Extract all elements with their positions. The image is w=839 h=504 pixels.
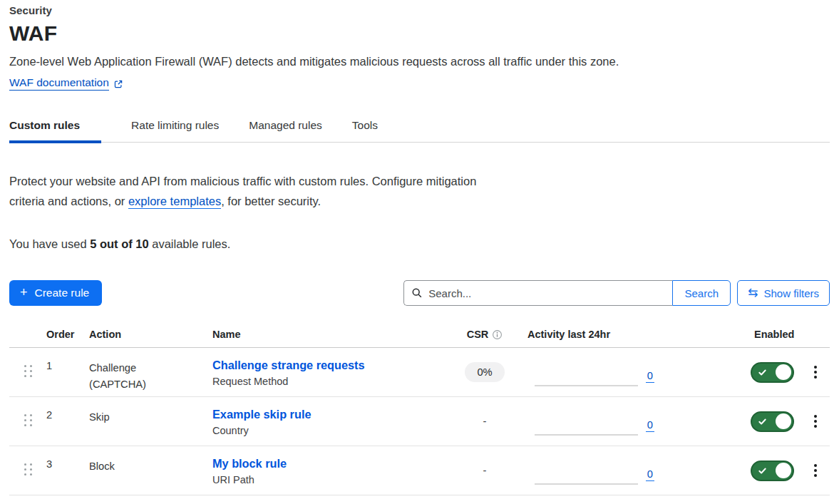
activity-count-link[interactable]: 0 <box>646 468 654 481</box>
check-icon <box>758 368 767 377</box>
swap-horizontal-icon: ⇆ <box>748 287 758 299</box>
check-icon <box>758 466 767 475</box>
rule-name-link[interactable]: Challenge strange requests <box>212 357 442 374</box>
create-rule-button[interactable]: + Create rule <box>9 280 102 306</box>
activity-count-link[interactable]: 0 <box>646 370 654 383</box>
toggle-knob <box>776 364 791 380</box>
search-box <box>403 280 672 306</box>
intro-line2-before: criteria and actions, or <box>9 195 128 207</box>
enabled-cell <box>745 362 801 383</box>
csr-value: - <box>483 465 487 476</box>
rule-name-cell: My block rule URI Path <box>212 446 442 488</box>
search-group: Search <box>403 280 731 306</box>
rule-action: Challenge (CAPTCHA) <box>89 348 164 393</box>
rules-toolbar: + Create rule Search ⇆ Show filters <box>9 280 830 306</box>
enabled-toggle[interactable] <box>751 362 794 383</box>
kebab-menu-icon[interactable] <box>810 363 821 381</box>
rule-action: Block <box>89 446 164 475</box>
rule-name-cell: Challenge strange requests Request Metho… <box>212 348 442 389</box>
waf-page: Security WAF Zone-level Web Application … <box>0 0 839 495</box>
rule-expression-field: Request Method <box>212 376 288 387</box>
rule-order: 3 <box>46 446 89 470</box>
rule-name-cell: Example skip rule Country <box>212 397 442 438</box>
csr-value: - <box>483 416 487 427</box>
kebab-menu-icon[interactable] <box>810 412 821 431</box>
rule-order: 2 <box>46 397 89 421</box>
page-title: WAF <box>9 21 830 46</box>
intro-text: Protect your website and API from malici… <box>9 171 830 211</box>
explore-templates-link[interactable]: explore templates <box>128 195 221 209</box>
enabled-toggle[interactable] <box>751 461 794 481</box>
intro-line1: Protect your website and API from malici… <box>9 175 476 187</box>
rules-table: Order Action Name CSR Activity last 24hr… <box>9 323 830 495</box>
activity-sparkline <box>535 385 638 386</box>
check-icon <box>758 417 767 426</box>
enabled-cell <box>745 411 801 432</box>
activity-sparkline <box>535 483 638 485</box>
create-rule-label: Create rule <box>35 287 90 299</box>
show-filters-label: Show filters <box>763 287 819 299</box>
tab-tools[interactable]: Tools <box>352 115 378 142</box>
enabled-toggle[interactable] <box>751 411 794 432</box>
column-header-enabled: Enabled <box>745 329 801 340</box>
search-input[interactable] <box>428 287 665 299</box>
breadcrumb-security: Security <box>9 4 830 16</box>
toolbar-right: Search ⇆ Show filters <box>403 280 830 306</box>
activity-sparkline <box>535 434 638 436</box>
rule-expression-field: URI Path <box>212 474 254 485</box>
intro-line2-after: , for better security. <box>221 195 321 207</box>
activity-cell: 0 <box>527 348 664 396</box>
search-button[interactable]: Search <box>672 280 731 306</box>
csr-cell: 0% <box>442 362 527 382</box>
column-header-name: Name <box>212 329 442 340</box>
activity-count-link[interactable]: 0 <box>646 419 654 432</box>
csr-badge: 0% <box>465 362 504 382</box>
tab-custom-rules[interactable]: Custom rules <box>9 115 101 142</box>
search-icon <box>411 287 423 299</box>
csr-cell: - <box>442 465 527 476</box>
usage-after: available rules. <box>149 237 231 250</box>
rule-name-link[interactable]: Example skip rule <box>212 406 442 423</box>
column-header-action: Action <box>89 329 212 340</box>
table-row: 3 Block My block rule URI Path - 0 <box>9 446 830 495</box>
enabled-cell <box>745 461 801 481</box>
doc-link-row: WAF documentation <box>9 76 830 91</box>
toggle-knob <box>776 463 791 478</box>
column-header-csr: CSR <box>442 329 527 340</box>
tab-rate-limiting-rules[interactable]: Rate limiting rules <box>131 115 219 142</box>
kebab-cell <box>801 461 830 480</box>
column-header-order: Order <box>46 329 89 340</box>
activity-cell: 0 <box>527 397 664 446</box>
column-header-activity: Activity last 24hr <box>527 329 664 340</box>
activity-cell: 0 <box>527 446 664 495</box>
drag-handle-icon[interactable] <box>9 348 46 377</box>
rule-expression-field: Country <box>212 425 249 436</box>
info-icon[interactable] <box>492 329 503 340</box>
usage-count: 5 out of 10 <box>90 237 149 250</box>
table-row: 1 Challenge (CAPTCHA) Challenge strange … <box>9 348 830 397</box>
csr-label: CSR <box>467 329 489 340</box>
tab-managed-rules[interactable]: Managed rules <box>249 115 322 142</box>
waf-documentation-link[interactable]: WAF documentation <box>9 76 109 91</box>
kebab-cell <box>801 363 830 381</box>
rule-order: 1 <box>46 348 89 371</box>
usage-before: You have used <box>9 237 90 250</box>
toggle-knob <box>776 413 791 429</box>
tab-bar: Custom rules Rate limiting rules Managed… <box>9 115 830 143</box>
show-filters-button[interactable]: ⇆ Show filters <box>737 280 830 306</box>
kebab-menu-icon[interactable] <box>810 461 821 480</box>
usage-summary: You have used 5 out of 10 available rule… <box>9 237 830 251</box>
page-description: Zone-level Web Application Firewall (WAF… <box>9 55 830 68</box>
drag-handle-icon[interactable] <box>9 397 46 426</box>
plus-icon: + <box>20 286 28 299</box>
rule-name-link[interactable]: My block rule <box>212 456 442 472</box>
kebab-cell <box>801 412 830 431</box>
table-row: 2 Skip Example skip rule Country - 0 <box>9 397 830 446</box>
rule-action: Skip <box>89 397 164 426</box>
drag-handle-icon[interactable] <box>9 446 46 475</box>
table-header-row: Order Action Name CSR Activity last 24hr… <box>9 323 830 348</box>
csr-cell: - <box>442 416 527 427</box>
external-link-icon <box>113 79 123 89</box>
